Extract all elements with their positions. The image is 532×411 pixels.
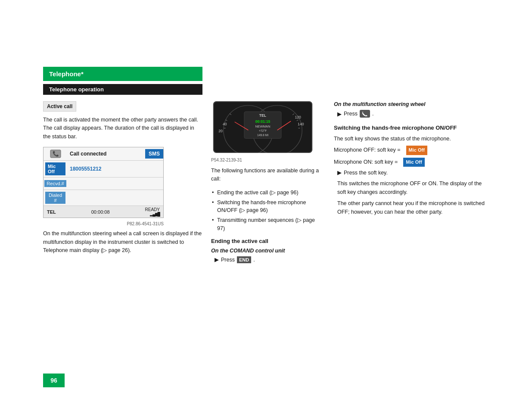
arrow-bullet-softkey: ▶ <box>337 169 342 176</box>
mic-on-label: Microphone ON: soft key = <box>334 159 398 165</box>
mic-off-label: Microphone OFF: soft key = <box>334 147 401 153</box>
soft-key-desc: The soft key shows the status of the mic… <box>334 134 489 143</box>
mid-description: The following functions are available du… <box>211 167 323 184</box>
active-call-label: Active call <box>43 101 76 112</box>
bullet-item-3: Transmitting number sequences (▷ page 97… <box>211 216 323 233</box>
period-end: . <box>253 257 255 263</box>
bullet-item-2: Switching the hands-free microphone ON/O… <box>211 199 323 215</box>
svg-text:00:01:15: 00:01:15 <box>255 119 271 124</box>
on-multifunction-title: On the multifunction steering wheel <box>334 101 489 107</box>
mic-on-line: Microphone ON: soft key = Mic Off <box>334 158 489 167</box>
section-header: Telephone operation <box>43 84 202 95</box>
svg-text:149.8 MI: 149.8 MI <box>257 134 268 137</box>
chapter-title: Telephone* <box>49 70 84 78</box>
mic-off-line: Microphone OFF: soft key = Mic Off <box>334 146 489 155</box>
dialed-empty <box>67 196 163 199</box>
svg-text:+72°F: +72°F <box>259 129 267 132</box>
mic-off-badge-blue: Mic Off <box>403 158 424 167</box>
phone-connected-icon: 📞 <box>50 149 62 159</box>
arrow-bullet-end: ▶ <box>215 256 219 263</box>
recvd-button[interactable]: Recvd.# <box>44 180 66 187</box>
recvd-btn-cell: Recvd.# <box>44 177 67 190</box>
right-column: On the multifunction steering wheel ▶ Pr… <box>334 101 489 216</box>
figure-id-bottom: P82.86-4541-31US <box>43 221 164 226</box>
phone-ui-mockup: 📞 Call connected SMS Mic Off 18005551212… <box>43 147 164 218</box>
chapter-header: Telephone* <box>43 67 202 81</box>
press-label-phone: Press <box>344 111 358 117</box>
call-time: 00:00:08 <box>91 209 110 215</box>
phone-handset-icon <box>361 111 368 117</box>
svg-text:40: 40 <box>223 122 227 126</box>
section-title: Telephone operation <box>49 86 104 93</box>
steering-note: On the multifunction steering wheel a ca… <box>43 230 202 255</box>
dialed-button[interactable]: Dialed # <box>45 192 65 204</box>
left-column: Active call The call is activated the mo… <box>43 101 202 255</box>
ready-signal-area: READY ▂▄▆█ <box>145 207 160 216</box>
cluster-figure-id: P54.32-2139-31 <box>211 158 323 162</box>
svg-text:📞: 📞 <box>52 150 59 157</box>
phone-icon-badge <box>360 110 370 118</box>
page-number: 96 <box>43 374 65 387</box>
mid-column: TEL 00:01:15 NEWMAN +72°F 149.8 MI 40 20… <box>211 101 323 263</box>
sms-button[interactable]: SMS <box>145 149 163 159</box>
svg-text:140: 140 <box>298 122 304 126</box>
instrument-cluster-svg: TEL 00:01:15 NEWMAN +72°F 149.8 MI 40 20… <box>211 101 314 153</box>
press-soft-key-row: ▶ Press the soft key. <box>337 169 489 176</box>
phone-number: 18005551212 <box>67 164 163 174</box>
svg-text:120: 120 <box>295 115 301 119</box>
arrow-bullet-phone: ▶ <box>337 111 342 117</box>
this-switches-text: This switches the microphone OFF or ON. … <box>337 179 489 216</box>
press-end-row: ▶ Press END . <box>215 256 323 263</box>
mic-off-badge-orange: Mic Off <box>406 146 427 155</box>
press-phone-row: ▶ Press . <box>337 110 489 118</box>
recvd-empty <box>67 182 163 185</box>
call-connected-label: Call connected <box>67 149 145 159</box>
svg-text:20: 20 <box>218 129 223 133</box>
phone-row-mic: Mic Off 18005551212 <box>44 161 163 177</box>
switches-para-1: This switches the microphone OFF or ON. … <box>337 179 489 196</box>
dialed-btn-cell: Dialed # <box>44 190 67 206</box>
press-soft-key-text: Press the soft key. <box>344 170 388 176</box>
tel-label: TEL <box>47 209 56 215</box>
ending-call-title: Ending the active call <box>211 238 323 244</box>
on-comand-title: On the COMAND control unit <box>211 248 323 254</box>
period-phone: . <box>372 111 373 117</box>
phone-connected-icon-cell: 📞 <box>44 147 67 160</box>
svg-text:TEL: TEL <box>259 113 266 118</box>
phone-status-row: TEL 00:00:08 READY ▂▄▆█ <box>44 206 163 218</box>
ready-label: READY <box>145 207 160 212</box>
end-key-badge: END <box>237 256 251 263</box>
mic-off-badge[interactable]: Mic Off <box>45 162 65 175</box>
bullet-item-1: Ending the active call (▷ page 96) <box>211 189 323 197</box>
switches-para-2: The other party cannot hear you if the m… <box>337 199 489 216</box>
mic-off-cell: Mic Off <box>44 161 67 177</box>
signal-bars: ▂▄▆█ <box>145 212 160 216</box>
soft-key-desc-text: The soft key shows the status of the mic… <box>334 136 451 142</box>
active-call-description: The call is activated the moment the oth… <box>43 116 202 141</box>
switch-hands-free-title: Switching the hands-free microphone ON/O… <box>334 125 489 131</box>
functions-list: Ending the active call (▷ page 96) Switc… <box>211 189 323 233</box>
svg-text:NEWMAN: NEWMAN <box>255 125 271 128</box>
phone-row-recvd: Recvd.# <box>44 177 163 190</box>
phone-row-connected: 📞 Call connected SMS <box>44 147 163 161</box>
press-label-end: Press <box>221 257 235 263</box>
phone-row-dialed: Dialed # <box>44 190 163 206</box>
